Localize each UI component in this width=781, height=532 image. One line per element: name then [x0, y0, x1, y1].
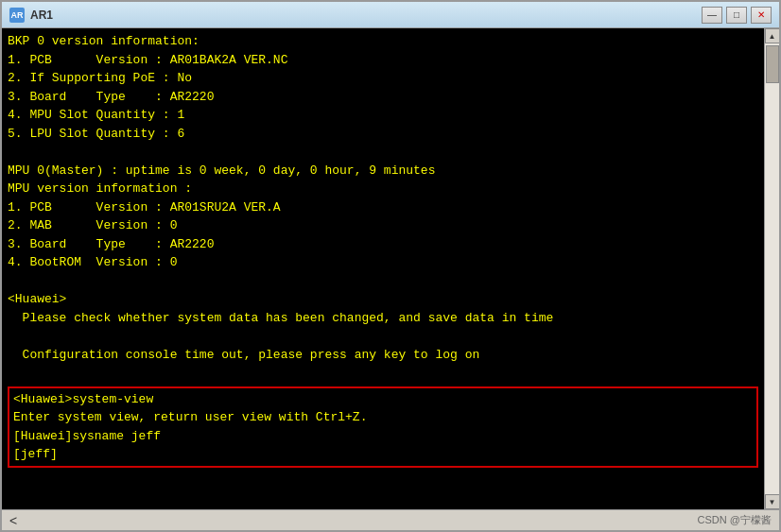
terminal-line: 4. BootROM Version : 0	[8, 253, 758, 272]
terminal-line: 4. MPU Slot Quantity : 1	[8, 106, 758, 125]
status-arrow: <	[9, 513, 17, 528]
status-bar: < CSDN @宁檬酱	[2, 509, 779, 530]
watermark: CSDN @宁檬酱	[698, 513, 772, 527]
terminal-line: 3. Board Type : AR2220	[8, 88, 758, 107]
highlighted-line: <Huawei>system-view	[13, 390, 753, 409]
terminal-line: MPU version information :	[8, 180, 758, 198]
highlighted-line: [jeff]	[13, 445, 753, 464]
highlighted-line: [Huawei]sysname jeff	[13, 427, 753, 446]
terminal-line: 2. If Supporting PoE : No	[8, 69, 758, 88]
scrollbar-thumb[interactable]	[766, 45, 779, 83]
scroll-down-button[interactable]: ▼	[765, 494, 780, 509]
terminal-line: Please check whether system data has bee…	[8, 309, 758, 328]
terminal-content[interactable]: BKP 0 version information:1. PCB Version…	[2, 28, 764, 509]
minimize-button[interactable]: —	[702, 7, 722, 24]
status-left: <	[9, 513, 17, 528]
window-controls: — □ ✕	[702, 7, 772, 24]
maximize-button[interactable]: □	[726, 7, 747, 24]
window-title: AR1	[30, 9, 702, 22]
highlighted-line: Enter system view, return user view with…	[13, 408, 753, 427]
terminal-line	[8, 143, 758, 162]
window: AR AR1 — □ ✕ BKP 0 version information:1…	[0, 0, 781, 532]
close-button[interactable]: ✕	[751, 7, 772, 24]
terminal-line	[8, 272, 758, 291]
terminal-line	[8, 327, 758, 346]
app-icon: AR	[9, 8, 25, 23]
scrollbar-track	[765, 43, 779, 494]
terminal-line: BKP 0 version information:	[8, 32, 758, 51]
terminal-line: 1. PCB Version : AR01SRU2A VER.A	[8, 198, 758, 217]
terminal-line: 5. LPU Slot Quantity : 6	[8, 125, 758, 144]
terminal-line: Configuration console time out, please p…	[8, 346, 758, 365]
terminal-line: <Huawei>	[8, 290, 758, 309]
terminal-line: 1. PCB Version : AR01BAK2A VER.NC	[8, 51, 758, 70]
highlighted-command-box: <Huawei>system-viewEnter system view, re…	[8, 386, 758, 468]
terminal-line	[8, 364, 758, 383]
scroll-up-button[interactable]: ▲	[765, 28, 780, 43]
terminal-line: 2. MAB Version : 0	[8, 216, 758, 235]
scrollbar[interactable]: ▲ ▼	[764, 28, 779, 509]
terminal-line: MPU 0(Master) : uptime is 0 week, 0 day,…	[8, 162, 758, 180]
terminal-line: 3. Board Type : AR2220	[8, 235, 758, 254]
terminal-wrapper: BKP 0 version information:1. PCB Version…	[2, 28, 779, 509]
title-bar: AR AR1 — □ ✕	[2, 2, 779, 28]
